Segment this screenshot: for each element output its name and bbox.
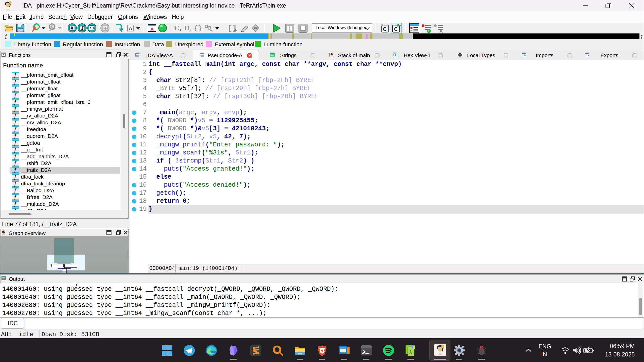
svg-text:A: A [129,26,132,31]
svg-text:λ: λ [409,349,412,355]
svg-text:D: D [184,24,190,32]
svg-text:99: 99 [271,54,274,57]
svg-text:64: 64 [479,346,483,350]
svg-text:C: C [394,26,398,33]
svg-text:#: # [70,25,73,31]
svg-text:T: T [81,25,84,31]
svg-text:C: C [383,26,387,33]
svg-text:C: C [174,24,179,32]
svg-text:010: 010 [90,27,95,30]
